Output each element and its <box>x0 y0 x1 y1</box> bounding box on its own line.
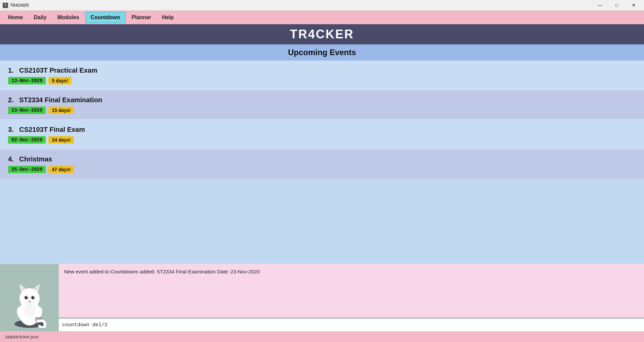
event-name: 2. ST2334 Final Examination <box>8 96 636 104</box>
events-list: 1. CS2103T Practical Exam 13-Nov-2020 5 … <box>0 61 644 264</box>
event-title: Christmas <box>19 155 52 163</box>
console-input[interactable] <box>62 322 641 328</box>
event-name: 4. Christmas <box>8 155 636 163</box>
section-title: Upcoming Events <box>288 48 356 57</box>
title-bar-left: T TR4CKER <box>3 3 29 8</box>
menu-item-home[interactable]: Home <box>3 12 28 23</box>
section-header: Upcoming Events <box>0 44 644 61</box>
svg-point-10 <box>31 296 35 299</box>
event-badges: 13-Nov-2020 5 days! <box>8 77 636 84</box>
event-date-badge: 23-Nov-2020 <box>8 107 46 114</box>
event-title: ST2334 Final Examination <box>19 96 102 104</box>
app-icon: T <box>3 3 8 8</box>
console-output: New event added to Countdowns added: ST2… <box>59 264 644 318</box>
bottom-panel: New event added to Countdowns added: ST2… <box>0 264 644 331</box>
event-name: 3. CS2103T Final Exam <box>8 126 636 134</box>
list-item: 3. CS2103T Final Exam 02-Dec-2020 24 day… <box>0 120 644 149</box>
svg-point-11 <box>33 297 34 298</box>
svg-point-9 <box>26 297 27 298</box>
title-bar-text: TR4CKER <box>10 3 29 8</box>
event-title: CS2103T Practical Exam <box>19 67 97 74</box>
menu-item-modules[interactable]: Modules <box>53 12 84 23</box>
minimize-button[interactable]: — <box>592 0 608 11</box>
list-item: 2. ST2334 Final Examination 23-Nov-2020 … <box>0 90 644 120</box>
svg-point-8 <box>25 296 28 299</box>
event-date-badge: 25-Dec-2020 <box>8 166 46 173</box>
svg-point-13 <box>24 303 36 318</box>
maximize-button[interactable]: □ <box>609 0 625 11</box>
menu-bar: Home Daily Modules Countdown Planner Hel… <box>0 11 644 24</box>
window-controls: — □ ✕ <box>592 0 641 11</box>
event-badges: 02-Dec-2020 24 days! <box>8 136 636 144</box>
event-index: 4. <box>8 155 14 163</box>
list-item: 4. Christmas 25-Dec-2020 47 days! <box>0 149 644 179</box>
menu-item-planner[interactable]: Planner <box>127 12 156 23</box>
status-bar: .\data\tr4cker.json <box>0 331 644 342</box>
event-badges: 23-Nov-2020 15 days! <box>8 107 636 114</box>
event-badges: 25-Dec-2020 47 days! <box>8 166 636 173</box>
event-index: 3. <box>8 126 14 133</box>
event-name: 1. CS2103T Practical Exam <box>8 67 636 74</box>
menu-item-daily[interactable]: Daily <box>29 12 51 23</box>
event-days-badge: 5 days! <box>48 77 71 84</box>
menu-item-countdown[interactable]: Countdown <box>85 12 126 23</box>
app-title: TR4CKER <box>290 27 354 41</box>
close-button[interactable]: ✕ <box>626 0 641 11</box>
event-index: 2. <box>8 96 14 104</box>
event-index: 1. <box>8 67 14 74</box>
event-days-badge: 15 days! <box>48 107 74 114</box>
event-days-badge: 47 days! <box>48 166 74 173</box>
app-header: TR4CKER <box>0 24 644 44</box>
title-bar: T TR4CKER — □ ✕ <box>0 0 644 11</box>
mascot-area <box>0 264 59 331</box>
console-input-row[interactable] <box>59 318 644 331</box>
event-date-badge: 02-Dec-2020 <box>8 136 46 144</box>
mascot-image <box>8 274 51 328</box>
menu-item-help[interactable]: Help <box>157 12 178 23</box>
list-item: 1. CS2103T Practical Exam 13-Nov-2020 5 … <box>0 61 644 90</box>
console-area: New event added to Countdowns added: ST2… <box>59 264 644 331</box>
event-title: CS2103T Final Exam <box>19 126 85 133</box>
event-date-badge: 13-Nov-2020 <box>8 77 46 84</box>
console-message: New event added to Countdowns added: ST2… <box>64 269 260 274</box>
event-days-badge: 24 days! <box>48 136 74 144</box>
status-text: .\data\tr4cker.json <box>4 334 39 339</box>
